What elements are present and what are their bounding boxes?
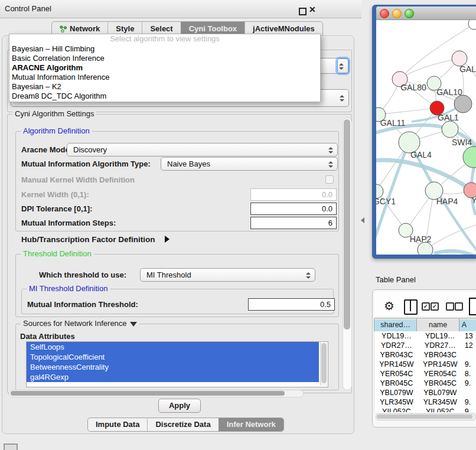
node-label-swi4: SWI4 [452,138,472,147]
attribute-item-betweennesscentrality[interactable]: BetweennessCentrality [27,362,319,372]
dpi-tolerance-label: DPI Tolerance [0,1]: [21,204,92,213]
table-row[interactable]: YIL052CYIL052C9 [374,407,476,412]
table-horizontal-scrollbar[interactable] [376,413,476,420]
which-threshold-label: Which threshold to use: [39,270,126,279]
checked-checkbox-icon[interactable]: ✓ [431,302,439,311]
columns-icon[interactable] [404,299,418,315]
unchecked-checkbox-icon[interactable] [455,302,463,311]
table-cell: YBR045C [419,379,462,388]
network-node[interactable] [442,121,458,138]
column-header-a[interactable]: A [459,319,476,331]
control-panel-title: Control Panel [5,4,51,13]
dropdown-item-dream8-dc-tdc-algorithm[interactable]: Dream8 DC_TDC Algorithm [9,92,320,101]
table-row[interactable]: YLR345WYLR345W9. [374,397,476,407]
control-panel-titlebar [0,0,361,18]
settings-horizontal-thumb[interactable] [11,391,285,396]
data-attributes-label: Data Attributes [20,332,75,341]
table-rows: YDL19…YDL19…13YDR27…YDR27…12YBR043CYBR04… [374,331,476,412]
table-cell: YIL052C [374,407,419,412]
aracne-mode-label: Aracne Mode: [21,145,72,154]
close-traffic-light[interactable] [380,9,389,18]
mi-steps-field[interactable]: 6 [250,217,337,229]
node-label-gal: GAL [459,64,476,74]
manual-kernel-checkbox[interactable] [325,175,334,184]
mi-threshold-definition-title: MI Threshold Definition [27,284,110,293]
node-label-gal11: GAL11 [380,118,406,128]
attribute-item-selfloops[interactable]: SelfLoops [27,342,319,352]
table-cell: YLR345W [419,397,462,407]
bottom-tab-impute-data[interactable]: Impute Data [88,418,147,431]
hub-definition-expander[interactable]: Hub/Transcription Factor Definition [21,235,155,244]
network-node[interactable] [418,242,433,255]
network-node[interactable] [454,95,472,113]
zoom-traffic-light[interactable] [405,9,414,18]
unchecked-checkbox-icon[interactable] [446,302,454,311]
table-cell: YBR045C [374,379,419,388]
close-icon[interactable]: ✕ [309,5,316,14]
table-row[interactable]: YDL19…YDL19…13 [374,331,476,341]
algorithm-dropdown-popup: Select algorithm to view settings Bayesi… [9,34,321,102]
mi-type-combo[interactable]: Naive Bayes [161,157,338,171]
table-cell: YDR27… [374,341,419,350]
which-threshold-combo[interactable]: MI Threshold [140,268,315,282]
settings-vertical-scrollbar[interactable] [343,118,352,390]
table-cell: 9. [462,397,476,407]
bottom-tab-infer-network[interactable]: Infer Network [219,418,283,431]
table-row[interactable]: YER054CYER054C8. [374,369,476,379]
table-cell: YBR043C [419,350,462,360]
attributes-scrollbar[interactable] [320,343,327,386]
document-icon[interactable] [469,298,476,315]
table-row[interactable]: YDR27…YDR27…12 [374,341,476,350]
sources-group-title[interactable]: Sources for Network Inference [21,319,139,328]
float-panel-icon[interactable] [299,8,307,15]
table-row[interactable]: YBR043CYBR043C [374,350,476,360]
mi-threshold-field[interactable]: 0.5 [248,298,335,311]
table-cell: YBL079W [374,388,419,397]
node-label-gal10: GAL10 [436,87,462,97]
attribute-item-gal4rgexp[interactable]: gal4RGexp [27,372,319,382]
kernel-width-field[interactable]: 0.0 [250,188,337,201]
dpi-tolerance-field[interactable]: 0.0 [250,203,337,215]
table-cell: YIL052C [419,407,462,412]
column-header-name[interactable]: name [417,319,459,331]
table-horizontal-thumb[interactable] [377,415,472,419]
settings-vertical-thumb[interactable] [344,119,350,330]
table-cell [462,350,476,360]
mini-panel-button[interactable] [4,444,18,450]
network-node[interactable] [468,20,476,30]
kernel-width-label: Kernel Width (0,1): [21,190,89,199]
network-window-titlebar[interactable] [376,6,476,20]
dropdown-item-bayesian-k2[interactable]: Bayesian – K2 [9,82,320,92]
splitter-collapse-icon[interactable] [361,217,364,223]
gear-icon[interactable]: ⚙ [384,299,395,312]
aracne-mode-combo[interactable]: Discovery [67,143,338,156]
table-row[interactable]: YBL079WYBL079W [374,388,476,397]
table-cell: 9 [462,407,476,412]
attributes-scrollbar-thumb[interactable] [321,343,327,383]
table-panel-title: Table Panel [376,275,416,284]
table-cell: YPR145W [374,360,419,369]
expander-arrow-icon[interactable] [165,236,169,243]
dropdown-item-aracne-algorithm[interactable]: ARACNE Algorithm [9,63,320,73]
apply-button[interactable]: Apply [158,399,201,413]
bottom-tab-discretize-data[interactable]: Discretize Data [147,418,218,431]
node-label-hap4: HAP4 [436,197,458,206]
network-graph-canvas[interactable]: GALGAL80GAL10GAL1GAL11SWI4GAL4GCY1HAP4YH… [376,20,476,255]
dropdown-item-mutual-information-inference[interactable]: Mutual Information Inference [9,73,320,82]
algorithm-definition-title: Algorithm Definition [21,126,92,135]
algorithm-selector-stepper[interactable] [337,58,348,73]
attribute-item-topologicalcoefficient[interactable]: TopologicalCoefficient [27,352,319,362]
network-tab-icon [60,25,67,32]
table-row[interactable]: YBR045CYBR045C9. [374,379,476,388]
dropdown-item-bayesian-hill-climbing[interactable]: Bayesian – Hill Climbing [9,44,320,54]
settings-horizontal-scrollbar[interactable] [9,390,304,397]
minimize-traffic-light[interactable] [392,9,402,18]
dropdown-item-basic-correlation-inference[interactable]: Basic Correlation Inference [9,54,320,63]
table-row[interactable]: YPR145WYPR145W9. [374,360,476,369]
column-header-shared-[interactable]: shared… [374,319,417,331]
table-cell: 13 [462,331,476,341]
network-view-window: GALGAL80GAL10GAL1GAL11SWI4GAL4GCY1HAP4YH… [372,5,476,259]
node-label-hap2: HAP2 [410,234,432,244]
table-cell [462,388,476,397]
checked-checkbox-icon[interactable]: ✓ [422,302,430,311]
